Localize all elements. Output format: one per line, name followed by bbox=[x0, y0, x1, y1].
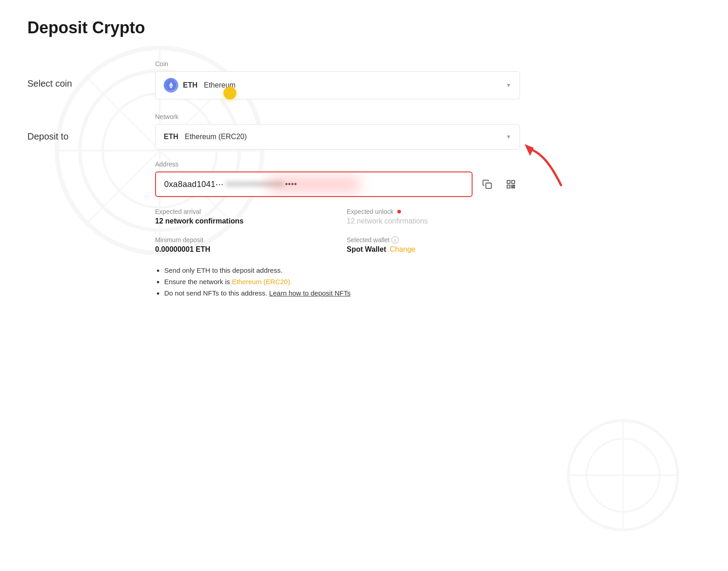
svg-marker-20 bbox=[525, 144, 534, 156]
deposit-form: Select coin Coin ETH bbox=[27, 60, 701, 301]
network-field-label: Network bbox=[155, 113, 520, 120]
info-icon[interactable]: i bbox=[391, 236, 399, 244]
info-grid: Expected arrival 12 network confirmation… bbox=[155, 208, 520, 254]
expected-unlock-item: Expected unlock 12 network confirmations bbox=[347, 208, 520, 225]
qr-code-button[interactable] bbox=[502, 175, 520, 193]
svg-point-8 bbox=[587, 439, 660, 512]
wallet-name: Spot Wallet bbox=[347, 245, 386, 254]
network-ticker: ETH bbox=[164, 133, 178, 141]
network-dropdown[interactable]: ETH Ethereum (ERC20) ▼ bbox=[155, 124, 520, 150]
expected-arrival-label: Expected arrival bbox=[155, 208, 328, 215]
expected-arrival-value: 12 network confirmations bbox=[155, 217, 328, 225]
min-deposit-value: 0.00000001 ETH bbox=[155, 245, 328, 254]
address-blur: •••••••••••••••••••• bbox=[226, 180, 283, 189]
wallet-change-button[interactable]: Change bbox=[390, 245, 416, 254]
network-chevron-icon: ▼ bbox=[506, 134, 511, 140]
watermark-bg-bottom bbox=[555, 407, 692, 544]
address-row: 0xa8aad1041⋯ •••••••••••••••••••• •••• bbox=[155, 171, 520, 197]
deposit-to-row: Deposit to Network ETH Ethereum (ERC20) … bbox=[27, 113, 701, 297]
coin-field-label: Coin bbox=[155, 60, 520, 67]
address-section: Address 0xa8aad1041⋯ •••••••••••••••••••… bbox=[155, 161, 520, 197]
eth-coin-icon bbox=[164, 78, 178, 93]
svg-rect-15 bbox=[507, 185, 510, 188]
wallet-row: Spot Wallet Change bbox=[347, 245, 520, 254]
selected-wallet-item: Selected wallet i Spot Wallet Change bbox=[347, 236, 520, 254]
red-arrow bbox=[515, 140, 570, 194]
min-deposit-label: Minimum deposit bbox=[155, 236, 328, 244]
notes-list: Send only ETH to this deposit address. E… bbox=[155, 266, 520, 297]
svg-point-7 bbox=[568, 420, 678, 530]
deposit-to-content: Network ETH Ethereum (ERC20) ▼ Address bbox=[155, 113, 520, 297]
select-coin-row: Select coin Coin ETH bbox=[27, 60, 701, 99]
coin-dropdown[interactable]: ETH Ethereum ▼ bbox=[155, 71, 520, 99]
deposit-to-label: Deposit to bbox=[27, 113, 155, 142]
min-deposit-item: Minimum deposit 0.00000001 ETH bbox=[155, 236, 328, 254]
svg-rect-12 bbox=[486, 183, 491, 188]
selected-wallet-label: Selected wallet i bbox=[347, 236, 520, 244]
note-3: Do not send NFTs to this address. Learn … bbox=[164, 289, 520, 297]
note-2: Ensure the network is Ethereum (ERC20). bbox=[164, 278, 520, 286]
coin-ticker: ETH bbox=[183, 81, 198, 89]
address-end: •••• bbox=[285, 180, 297, 189]
select-coin-content: Coin ETH Ethereum bbox=[155, 60, 520, 99]
expected-arrival-item: Expected arrival 12 network confirmation… bbox=[155, 208, 328, 225]
expected-unlock-value: 12 network confirmations bbox=[347, 217, 520, 225]
address-field-label: Address bbox=[155, 161, 520, 168]
note-1: Send only ETH to this deposit address. bbox=[164, 266, 520, 274]
svg-rect-18 bbox=[512, 187, 513, 188]
network-name: Ethereum (ERC20) bbox=[185, 133, 247, 141]
svg-rect-16 bbox=[512, 185, 514, 187]
learn-nft-link[interactable]: Learn how to deposit NFTs bbox=[269, 289, 350, 297]
svg-rect-19 bbox=[514, 185, 515, 186]
svg-rect-17 bbox=[514, 187, 515, 188]
coin-dropdown-left: ETH Ethereum bbox=[164, 78, 235, 93]
coin-chevron-icon: ▼ bbox=[506, 82, 511, 88]
svg-rect-13 bbox=[507, 181, 510, 183]
note-2-highlight: Ethereum (ERC20). bbox=[232, 278, 292, 286]
expected-arrival-number: 12 bbox=[155, 217, 163, 225]
network-dropdown-left: ETH Ethereum (ERC20) bbox=[164, 133, 247, 141]
svg-rect-14 bbox=[512, 181, 515, 183]
address-box: 0xa8aad1041⋯ •••••••••••••••••••• •••• bbox=[155, 171, 473, 197]
page-title: Deposit Crypto bbox=[27, 18, 701, 37]
red-dot-indicator bbox=[397, 210, 401, 213]
address-text: 0xa8aad1041⋯ bbox=[164, 179, 224, 189]
expected-unlock-label: Expected unlock bbox=[347, 208, 520, 215]
copy-button[interactable] bbox=[478, 175, 496, 193]
coin-name: Ethereum bbox=[204, 81, 235, 89]
select-coin-label: Select coin bbox=[27, 60, 155, 89]
